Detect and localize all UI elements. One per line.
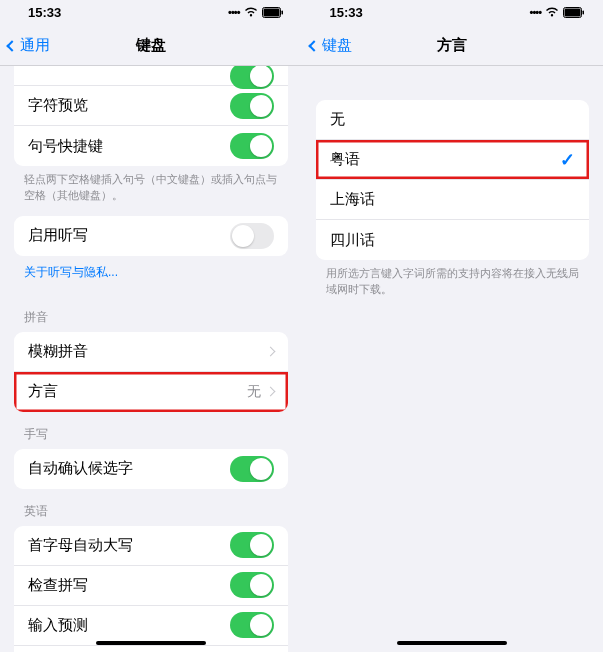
list-item-auto-caps[interactable]: 首字母自动大写 xyxy=(14,526,288,566)
row-label: 启用听写 xyxy=(28,226,88,245)
row-label: 粤语 xyxy=(330,150,360,169)
nav-bar: 通用 键盘 xyxy=(0,26,302,66)
list-item-period-shortcut[interactable]: 句号快捷键 xyxy=(14,126,288,166)
toggle-auto-confirm[interactable] xyxy=(230,456,274,482)
list-item-check-spelling[interactable]: 检查拼写 xyxy=(14,566,288,606)
page-title: 方言 xyxy=(437,36,467,55)
row-label: 自动确认候选字 xyxy=(28,459,133,478)
section-header: 手写 xyxy=(0,412,302,449)
group-handwriting: 手写 自动确认候选字 xyxy=(0,412,302,489)
row-label: 上海话 xyxy=(330,190,375,209)
svg-rect-2 xyxy=(281,10,283,14)
list-item-slide-delete[interactable]: 滑行键入时逐词删除 xyxy=(14,646,288,652)
list-item-auto-confirm[interactable]: 自动确认候选字 xyxy=(14,449,288,489)
status-bar: 15:33 •••• xyxy=(302,0,604,20)
status-time: 15:33 xyxy=(330,5,363,20)
home-indicator[interactable] xyxy=(397,641,507,645)
toggle-dictation[interactable] xyxy=(230,223,274,249)
row-label: 首字母自动大写 xyxy=(28,536,133,555)
chevron-left-icon xyxy=(308,40,319,51)
group-pinyin: 拼音 模糊拼音 方言 无 xyxy=(0,295,302,412)
chevron-right-icon xyxy=(265,346,275,356)
row-label: 四川话 xyxy=(330,231,375,250)
back-button[interactable]: 键盘 xyxy=(310,36,352,55)
toggle-auto-caps[interactable] xyxy=(230,532,274,558)
row-label: 方言 xyxy=(28,382,58,401)
page-title: 键盘 xyxy=(136,36,166,55)
row-label: 句号快捷键 xyxy=(28,137,103,156)
wifi-icon xyxy=(244,7,258,17)
section-header: 拼音 xyxy=(0,295,302,332)
signal-dots-icon: •••• xyxy=(530,6,541,18)
list-item-dialect[interactable]: 方言 无 xyxy=(14,372,288,412)
row-label: 字符预览 xyxy=(28,96,88,115)
list-item-char-preview[interactable]: 字符预览 xyxy=(14,86,288,126)
list-item-cut xyxy=(14,66,288,86)
back-label: 通用 xyxy=(20,36,50,55)
wifi-icon xyxy=(545,7,559,17)
dialect-option-none[interactable]: 无 xyxy=(316,100,590,140)
dialect-settings-screen: 15:33 •••• 键盘 方言 无 粤语 ✓ 上海话 xyxy=(302,0,604,652)
list-item-predictive[interactable]: 输入预测 xyxy=(14,606,288,646)
row-label: 模糊拼音 xyxy=(28,342,88,361)
list-item-dictation[interactable]: 启用听写 xyxy=(14,216,288,256)
svg-rect-4 xyxy=(565,8,581,16)
svg-rect-5 xyxy=(583,10,585,14)
group-english: 英语 首字母自动大写 检查拼写 输入预测 滑行键入时逐词删除 xyxy=(0,489,302,652)
status-icons: •••• xyxy=(530,6,585,18)
footer-text: 轻点两下空格键插入句号（中文键盘）或插入句点与空格（其他键盘）。 xyxy=(0,166,302,216)
row-label: 无 xyxy=(330,110,345,129)
toggle-predictive[interactable] xyxy=(230,612,274,638)
battery-icon xyxy=(563,7,585,18)
signal-dots-icon: •••• xyxy=(228,6,239,18)
settings-content: 字符预览 句号快捷键 轻点两下空格键插入句号（中文键盘）或插入句点与空格（其他键… xyxy=(0,66,302,652)
dialect-option-cantonese[interactable]: 粤语 ✓ xyxy=(316,140,590,180)
group-dialects: 无 粤语 ✓ 上海话 四川话 用所选方言键入字词所需的支持内容将在接入无线局域网… xyxy=(302,100,604,310)
group-dictation: 启用听写 关于听写与隐私... xyxy=(0,216,302,295)
row-label: 输入预测 xyxy=(28,616,88,635)
footer-text: 用所选方言键入字词所需的支持内容将在接入无线局域网时下载。 xyxy=(302,260,604,310)
checkmark-icon: ✓ xyxy=(560,149,575,171)
chevron-left-icon xyxy=(6,40,17,51)
back-button[interactable]: 通用 xyxy=(8,36,50,55)
toggle-char-preview[interactable] xyxy=(230,93,274,119)
home-indicator[interactable] xyxy=(96,641,206,645)
group-general: 字符预览 句号快捷键 轻点两下空格键插入句号（中文键盘）或插入句点与空格（其他键… xyxy=(0,66,302,216)
dictation-privacy-link[interactable]: 关于听写与隐私... xyxy=(0,256,302,295)
keyboard-settings-screen: 15:33 •••• 通用 键盘 字符预览 句号快捷键 xyxy=(0,0,302,652)
status-bar: 15:33 •••• xyxy=(0,0,302,20)
battery-icon xyxy=(262,7,284,18)
svg-rect-1 xyxy=(263,8,279,16)
chevron-right-icon xyxy=(265,387,275,397)
status-time: 15:33 xyxy=(28,5,61,20)
nav-bar: 键盘 方言 xyxy=(302,26,604,66)
toggle-check-spelling[interactable] xyxy=(230,572,274,598)
list-item-fuzzy-pinyin[interactable]: 模糊拼音 xyxy=(14,332,288,372)
section-header: 英语 xyxy=(0,489,302,526)
back-label: 键盘 xyxy=(322,36,352,55)
dialect-option-shanghainese[interactable]: 上海话 xyxy=(316,180,590,220)
dialect-option-sichuanese[interactable]: 四川话 xyxy=(316,220,590,260)
status-icons: •••• xyxy=(228,6,283,18)
toggle-period-shortcut[interactable] xyxy=(230,133,274,159)
row-detail-value: 无 xyxy=(247,383,261,401)
dialect-content: 无 粤语 ✓ 上海话 四川话 用所选方言键入字词所需的支持内容将在接入无线局域网… xyxy=(302,66,604,652)
row-label: 检查拼写 xyxy=(28,576,88,595)
